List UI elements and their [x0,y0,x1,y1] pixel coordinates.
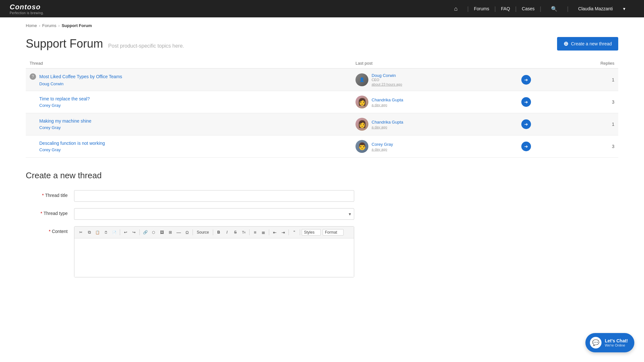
nav-search-link[interactable]: 🔍 [542,6,566,12]
toolbar-italic-button[interactable]: I [223,228,231,236]
toolbar-sep-6 [269,229,269,235]
required-marker-3: * [49,229,51,234]
thread-type-select[interactable]: Question Discussion Announcement [74,208,354,220]
toolbar-format-select[interactable]: Format [323,229,344,236]
toolbar-decrease-indent-button[interactable]: ⇤ [271,228,279,236]
thread-title-cell: Descaling function is not working [30,141,348,146]
create-thread-label: Create a new thread [571,41,612,46]
toolbar-image-button[interactable]: 🖼 [158,228,166,236]
nav-links: ⌂ | Forums | FAQ | Cases | 🔍 | Claudia M… [445,5,634,12]
last-post-time: a day ago [372,147,393,151]
thread-title-link[interactable]: Making my machine shine [39,118,91,124]
toolbar-strikethrough-button[interactable]: S [232,228,239,236]
nav-home-link[interactable]: ⌂ [445,5,467,12]
breadcrumb-current: Support Forum [62,23,92,28]
toolbar-bold-button[interactable]: B [215,228,223,236]
thread-title-link[interactable]: Time to replace the seal? [39,96,90,101]
toolbar-unordered-list-button[interactable]: ≡ [251,228,259,236]
thread-title-cell: Making my machine shine [30,118,348,124]
thread-navigate-button[interactable]: ➜ [521,97,531,107]
toolbar-redo-button[interactable]: ↪ [130,228,138,236]
toolbar-blockquote-button[interactable]: " [290,228,298,236]
create-thread-title: Create a new thread [26,171,618,181]
breadcrumb-home[interactable]: Home [26,23,37,28]
last-post-name: Doug Corwin [372,73,402,78]
user-menu[interactable]: Claudia Mazzanti ▾ [569,6,634,11]
thread-type-icon: ? [30,73,36,80]
last-post-name: Chandrika Gupta [372,120,403,125]
last-post-avatar: 👩 [355,118,368,131]
brand-tagline: Perfection is brewing. [10,11,44,15]
last-post-avatar: 👨 [355,140,368,153]
toolbar-link-button[interactable]: 🔗 [141,228,149,236]
user-name: Claudia Mazzanti [574,6,617,11]
toolbar-paste-word-button[interactable]: 📄 [110,228,118,236]
last-post-cell: 👨 Corey Gray a day ago [355,140,514,153]
last-post-avatar: 👩 [355,96,368,108]
toolbar-remove-format-button[interactable]: Tx [240,228,248,236]
thread-navigate-button[interactable]: ➜ [521,75,531,85]
col-header-lastpost: Last post [352,58,517,69]
editor-toolbar: ✂ ⧉ 📋 🗒 📄 ↩ ↪ 🔗 [74,227,354,238]
replies-count: 3 [547,91,618,113]
brand-name: Contoso [10,3,44,11]
nav-forums-link[interactable]: Forums [469,6,494,11]
content-label: *Content [26,226,68,234]
thread-navigate-button[interactable]: ➜ [521,119,531,129]
thread-navigate-button[interactable]: ➜ [521,142,531,151]
toolbar-sep-5 [249,229,250,235]
toolbar-table-button[interactable]: ⊞ [166,228,174,236]
thread-title-link[interactable]: Descaling function is not working [39,141,105,146]
toolbar-undo-button[interactable]: ↩ [122,228,129,236]
last-post-cell: 👤 Doug Corwin CEO about 23 hours ago [355,73,514,86]
last-post-avatar: 👤 [355,73,368,86]
required-marker-2: * [41,211,42,216]
breadcrumb: Home › Forums › Support Forum [0,17,644,34]
create-thread-button[interactable]: ⊕ Create a new thread [557,37,618,51]
toolbar-unlink-button[interactable]: ⬡ [150,228,157,236]
last-post-info: Chandrika Gupta a day ago [372,120,403,129]
thread-type-group: *Thread type Question Discussion Announc… [26,208,618,220]
last-post-info: Doug Corwin CEO about 23 hours ago [372,73,402,86]
last-post-cell: 👩 Chandrika Gupta a day ago [355,96,514,108]
nav-sep-2: | [494,5,497,12]
content-group: *Content ✂ ⧉ 📋 🗒 📄 ↩ [26,226,618,277]
toolbar-styles-select[interactable]: Styles [302,229,321,236]
thread-author-link[interactable]: Corey Gray [39,103,61,108]
thread-title-link[interactable]: Most Liked Coffee Types by Office Teams [39,74,122,79]
content-editor-body[interactable] [74,238,354,277]
breadcrumb-sep-1: › [39,23,40,28]
thread-type-label: *Thread type [26,208,68,216]
thread-title-input[interactable] [74,190,354,202]
toolbar-increase-indent-button[interactable]: ⇥ [279,228,287,236]
toolbar-sep-3 [193,229,193,235]
nav-cases-link[interactable]: Cases [517,6,539,11]
thread-author-link[interactable]: Doug Corwin [39,81,63,86]
toolbar-cut-button[interactable]: ✂ [77,228,85,236]
toolbar-paste-text-button[interactable]: 🗒 [102,228,110,236]
toolbar-special-char-button[interactable]: Ω [183,228,191,236]
thread-title-cell: ? Most Liked Coffee Types by Office Team… [30,73,348,80]
thread-title-label: *Thread title [26,190,68,198]
toolbar-hr-button[interactable]: — [175,228,183,236]
thread-author-link[interactable]: Corey Gray [39,125,61,130]
thread-author-link[interactable]: Corey Gray [39,147,61,152]
toolbar-source-button[interactable]: Source [194,228,211,236]
create-thread-section: Create a new thread *Thread title *Threa… [26,171,618,277]
col-header-thread: Thread [26,58,352,69]
last-post-time: about 23 hours ago [372,82,402,86]
toolbar-paste-button[interactable]: 📋 [94,228,101,236]
thread-type-select-wrapper: Question Discussion Announcement [74,208,354,220]
forum-title: Support Forum [26,37,103,51]
toolbar-sep-1 [120,229,120,235]
nav-faq-link[interactable]: FAQ [497,6,515,11]
breadcrumb-forums[interactable]: Forums [42,23,56,28]
main-content: Support Forum Post product-specific topi… [0,34,644,297]
table-row: Time to replace the seal? Corey Gray 👩 C… [26,91,618,113]
forum-subtitle: Post product-specific topics here. [108,43,184,49]
toolbar-sep-7 [289,229,289,235]
nav-sep-4: | [539,5,542,12]
toolbar-copy-button[interactable]: ⧉ [85,228,93,236]
toolbar-sep-2 [139,229,140,235]
toolbar-ordered-list-button[interactable]: ≣ [260,228,267,236]
